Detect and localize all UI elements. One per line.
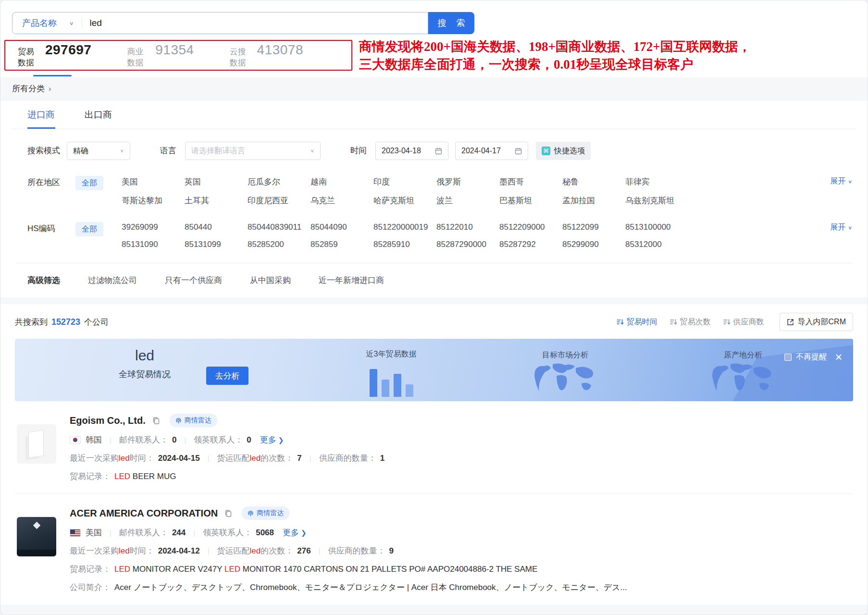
hs-code-option[interactable]: 85285910 xyxy=(373,240,436,249)
tab-trade-data[interactable]: 贸易数据 297697 xyxy=(18,42,91,68)
company-body: ACER AMERICA CORPORATION 商情雷达 美国 | 邮件联系人… xyxy=(70,506,851,593)
region-option[interactable]: 乌克兰 xyxy=(310,195,373,206)
sort-supplier-count[interactable]: 供应商数 xyxy=(723,317,764,327)
world-map-icon xyxy=(709,361,777,400)
region-option[interactable]: 土耳其 xyxy=(185,195,248,206)
radar-badge[interactable]: 商情雷达 xyxy=(242,506,289,520)
search-button[interactable]: 搜 索 xyxy=(428,12,474,34)
region-option[interactable]: 巴基斯坦 xyxy=(499,195,562,206)
advanced-filter-option[interactable]: 过滤物流公司 xyxy=(88,275,137,286)
divider: | xyxy=(110,529,112,537)
search-row: 产品名称 ∨ 搜 索 xyxy=(12,12,856,34)
sort-trade-time[interactable]: 贸易时间 xyxy=(617,317,657,327)
region-option[interactable]: 墨西哥 xyxy=(499,176,562,187)
breadcrumb[interactable]: 所有分类 › xyxy=(12,83,51,94)
radar-badge[interactable]: 商情雷达 xyxy=(170,414,217,427)
company-contact-row: 韩国 | 邮件联系人： 0 | 领英联系人： 0 更多 ❯ xyxy=(70,434,851,445)
trade-analysis-banner[interactable]: led 全球贸易情况 去分析 近3年贸易数据 目标市场分析 xyxy=(15,339,853,401)
region-option[interactable]: 厄瓜多尔 xyxy=(248,176,310,187)
company-thumbnail[interactable] xyxy=(17,424,56,464)
company-name[interactable]: ACER AMERICA CORPORATION xyxy=(70,508,218,519)
hs-all-pill[interactable]: 全部 xyxy=(75,222,103,236)
company-thumbnail[interactable] xyxy=(17,517,56,556)
tab-importers[interactable]: 进口商 xyxy=(27,109,55,129)
date-end-picker[interactable]: 2024-04-17 xyxy=(455,142,528,160)
hs-code-option[interactable]: 85299090 xyxy=(562,240,625,249)
tab-cloud-search-data[interactable]: 云搜数据 413078 xyxy=(230,42,303,68)
freight-count: 276 xyxy=(297,546,310,556)
region-option[interactable]: 印度尼西亚 xyxy=(248,195,310,206)
tab-exporters[interactable]: 出口商 xyxy=(85,109,112,129)
copy-icon[interactable] xyxy=(152,417,160,425)
import-crm-button[interactable]: 导入内部CRM xyxy=(780,313,853,331)
region-option[interactable]: 英国 xyxy=(185,176,248,187)
search-field-selector[interactable]: 产品名称 ∨ xyxy=(12,17,82,29)
region-option[interactable]: 越南 xyxy=(310,176,373,187)
region-option[interactable]: 乌兹别克斯坦 xyxy=(625,195,688,206)
region-option[interactable]: 菲律宾 xyxy=(625,176,688,187)
search-field-label: 产品名称 xyxy=(22,17,57,29)
filter-row-basic: 搜索模式 精确 ∨ 语言 请选择翻译语言 ∨ 时间 2023-04-18 xyxy=(27,142,852,160)
hs-code-option[interactable]: 85131090 xyxy=(122,240,185,249)
hs-code-option[interactable]: 852859 xyxy=(310,240,373,249)
hs-code-option[interactable]: 850440 xyxy=(185,222,248,232)
more-link[interactable]: 更多 ❯ xyxy=(283,527,307,538)
more-link[interactable]: 更多 ❯ xyxy=(260,434,284,445)
advanced-filter-option[interactable]: 只有一个供应商 xyxy=(165,275,222,286)
results-prefix: 共搜索到 xyxy=(15,317,48,328)
region-option[interactable]: 哈萨克斯坦 xyxy=(373,195,436,206)
divider: | xyxy=(208,547,210,555)
search-input[interactable] xyxy=(82,18,428,28)
hs-expand-link[interactable]: 展开 ∨ xyxy=(830,220,852,233)
date-start-value: 2023-04-18 xyxy=(382,147,421,155)
hs-code-option[interactable]: 851220000019 xyxy=(373,222,436,232)
hs-code-option[interactable]: 85131099 xyxy=(185,240,248,249)
region-option[interactable]: 美国 xyxy=(122,176,185,187)
language-select[interactable]: 请选择翻译语言 ∨ xyxy=(185,142,321,160)
advanced-filter-option[interactable]: 高级筛选 xyxy=(27,275,60,286)
sort-trade-count[interactable]: 贸易次数 xyxy=(670,317,711,327)
region-option[interactable]: 哥斯达黎加 xyxy=(122,195,185,206)
region-option[interactable]: 俄罗斯 xyxy=(436,176,499,187)
freight-count: 7 xyxy=(297,454,301,463)
hs-code-option[interactable]: 85285200 xyxy=(248,240,310,249)
search-mode-select[interactable]: 精确 ∨ xyxy=(67,142,130,160)
region-option[interactable]: 秘鲁 xyxy=(562,176,625,187)
date-start-picker[interactable]: 2023-04-18 xyxy=(375,142,448,160)
hs-code-option[interactable]: 850440839011 xyxy=(248,222,310,232)
region-option[interactable]: 印度 xyxy=(373,176,436,187)
hs-code-option[interactable]: 8512209000 xyxy=(499,222,562,232)
advanced-filter-option[interactable]: 近一年新增进口商 xyxy=(319,275,384,286)
analyze-button[interactable]: 去分析 xyxy=(206,367,248,385)
annotation-line1: 商情发现将200+国海关数据、198+国商业数据、172+国互联网数据， xyxy=(359,38,751,56)
advanced-filter-option[interactable]: 从中国采购 xyxy=(250,275,291,286)
quick-options-button[interactable]: ⌘ 快捷选项 xyxy=(536,142,591,160)
more-label: 更多 xyxy=(260,434,276,445)
tab-business-data[interactable]: 商业数据 91354 xyxy=(127,42,194,68)
region-option[interactable]: 波兰 xyxy=(436,195,499,206)
hs-code-option[interactable]: 39269099 xyxy=(122,222,185,232)
company-country: 韩国 xyxy=(86,434,102,445)
hs-code-option[interactable]: 85312000 xyxy=(625,240,688,249)
dismiss-checkbox[interactable] xyxy=(784,354,792,361)
hs-code-option[interactable]: 85287290000 xyxy=(436,240,499,249)
region-all-pill[interactable]: 全部 xyxy=(75,176,103,190)
company-profile-label: 公司简介： xyxy=(70,582,111,593)
linkedin-contacts-count: 0 xyxy=(247,435,251,445)
hs-code-option[interactable]: 8513100000 xyxy=(625,222,688,232)
hs-code-option[interactable]: 85044090 xyxy=(310,222,373,232)
copy-icon[interactable] xyxy=(224,509,232,517)
region-expand-link[interactable]: 展开 ∨ xyxy=(830,173,852,186)
keyword-highlight: led xyxy=(250,454,261,463)
close-icon[interactable]: ✕ xyxy=(835,353,843,362)
email-contacts-count: 244 xyxy=(172,528,186,538)
hs-code-option[interactable]: 85122099 xyxy=(562,222,625,232)
highlight-red-box: 贸易数据 297697 商业数据 91354 云搜数据 413078 xyxy=(4,40,352,71)
region-option[interactable]: 孟加拉国 xyxy=(562,195,625,206)
company-name[interactable]: Egoism Co., Ltd. xyxy=(70,415,146,426)
banner-origin-section: 原产地分析 xyxy=(709,350,777,400)
freight-label-mid: 的次数： xyxy=(260,453,293,464)
sort-label: 供应商数 xyxy=(733,317,764,327)
hs-code-option[interactable]: 85122010 xyxy=(436,222,499,232)
hs-code-option[interactable]: 85287292 xyxy=(499,240,562,249)
